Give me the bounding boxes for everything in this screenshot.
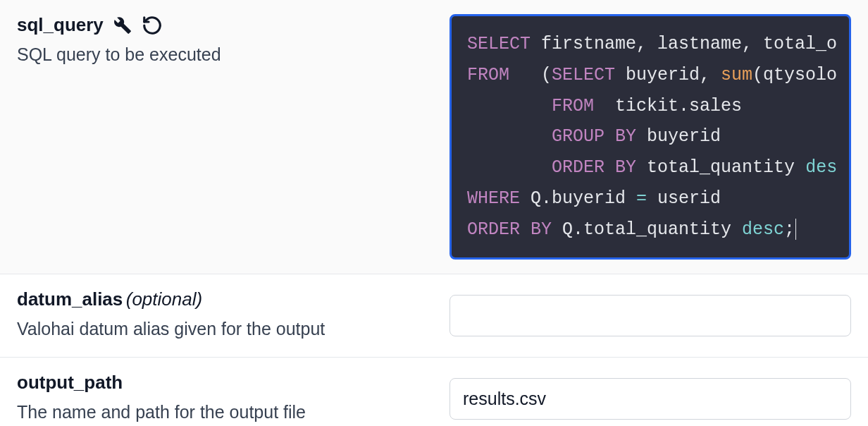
output-path-input[interactable]: [450, 378, 851, 420]
sql-text: Q.total_quantity: [552, 219, 742, 240]
sql-keyword: BY: [615, 157, 636, 178]
field-description-output-path: The name and path for the output file: [17, 399, 433, 426]
sql-sp: [604, 126, 615, 147]
label-column: output_path The name and path for the ou…: [17, 372, 433, 426]
field-optional-label: (optional): [126, 288, 202, 310]
sql-keyword: GROUP: [552, 126, 604, 147]
label-column: datum_alias (optional) Valohai datum ali…: [17, 288, 433, 343]
field-row-output-path: output_path The name and path for the ou…: [0, 358, 868, 426]
datum-alias-input[interactable]: [450, 295, 851, 336]
sql-text: (: [509, 65, 552, 85]
sql-sp: [520, 219, 531, 240]
label-column: sql_query SQL query to be executed: [17, 14, 433, 260]
sql-pad: [467, 96, 552, 116]
sql-keyword: ORDER: [552, 157, 604, 178]
sql-pad: [467, 157, 552, 178]
input-column: [450, 372, 851, 426]
field-name-wrapper: datum_alias (optional): [17, 288, 202, 310]
undo-icon[interactable]: [142, 15, 163, 36]
sql-text: userid: [647, 188, 721, 209]
sql-keyword: desc: [742, 219, 784, 240]
sql-keyword: FROM: [467, 65, 509, 85]
field-label-group: sql_query: [17, 14, 433, 36]
sql-sp: [604, 157, 615, 178]
sql-function: sum: [721, 65, 752, 85]
field-description-sql-query: SQL query to be executed: [17, 42, 433, 68]
sql-keyword: des: [805, 157, 837, 178]
sql-code-editor[interactable]: SELECT firstname, lastname, total_o FROM…: [450, 14, 851, 260]
sql-text: ;: [784, 219, 795, 240]
field-row-datum-alias: datum_alias (optional) Valohai datum ali…: [0, 274, 868, 358]
sql-keyword: BY: [531, 219, 552, 240]
sql-text: tickit.sales: [594, 96, 742, 116]
sql-text: firstname, lastname, total_o: [531, 34, 837, 54]
field-name-datum-alias: datum_alias: [17, 288, 123, 310]
input-column: [450, 288, 851, 343]
input-column: SELECT firstname, lastname, total_o FROM…: [450, 14, 851, 260]
field-name-sql-query: sql_query: [17, 14, 104, 36]
wrench-icon[interactable]: [113, 16, 132, 35]
sql-operator: =: [636, 188, 647, 209]
sql-keyword: FROM: [552, 96, 594, 116]
field-label-group: output_path: [17, 372, 433, 394]
sql-text: Q.buyerid: [520, 188, 636, 209]
sql-pad: [467, 126, 552, 147]
sql-keyword: BY: [615, 126, 636, 147]
text-cursor: [795, 219, 796, 240]
sql-text: (qtysolo: [752, 65, 837, 85]
sql-keyword: WHERE: [467, 188, 520, 209]
field-description-datum-alias: Valohai datum alias given for the output: [17, 316, 433, 343]
field-label-group: datum_alias (optional): [17, 288, 433, 310]
sql-keyword: SELECT: [552, 65, 615, 85]
sql-keyword: ORDER: [467, 219, 520, 240]
sql-keyword: SELECT: [467, 34, 531, 54]
form-container: sql_query SQL query to be executed SELEC…: [0, 0, 868, 426]
sql-text: buyerid,: [615, 65, 721, 85]
sql-text: buyerid: [636, 126, 721, 147]
field-name-output-path: output_path: [17, 372, 123, 394]
field-row-sql-query: sql_query SQL query to be executed SELEC…: [0, 0, 868, 274]
sql-text: total_quantity: [636, 157, 805, 178]
